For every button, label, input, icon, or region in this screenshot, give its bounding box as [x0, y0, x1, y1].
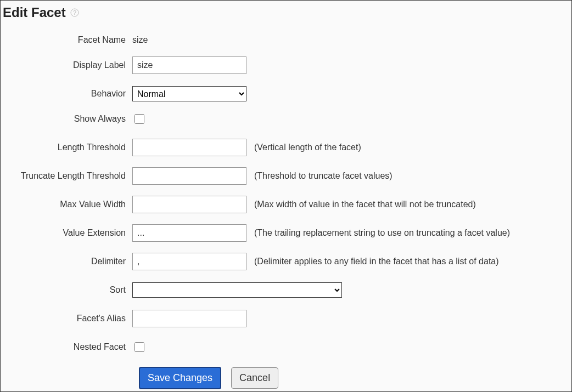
save-changes-button[interactable]: Save Changes — [139, 367, 221, 389]
sort-select[interactable] — [132, 282, 342, 298]
page-title: Edit Facet — [3, 5, 66, 20]
edit-facet-panel: Edit Facet ? Facet Name size Display Lab… — [0, 0, 572, 392]
nested-facet-label: Nested Facet — [3, 342, 132, 352]
facet-name-value: size — [132, 35, 148, 45]
max-value-width-input[interactable] — [132, 196, 246, 213]
truncate-length-threshold-label: Truncate Length Threshold — [3, 171, 132, 181]
length-threshold-hint: (Vertical length of the facet) — [254, 143, 361, 152]
value-extension-hint: (The trailing replacement string to use … — [254, 228, 510, 238]
nested-facet-checkbox[interactable] — [134, 342, 144, 352]
show-always-checkbox[interactable] — [134, 114, 144, 124]
delimiter-hint: (Delimiter applies to any field in the f… — [254, 257, 499, 266]
value-extension-input[interactable] — [132, 224, 246, 242]
truncate-length-threshold-hint: (Threshold to truncate facet values) — [254, 171, 392, 181]
length-threshold-label: Length Threshold — [3, 143, 132, 152]
delimiter-label: Delimiter — [3, 257, 132, 266]
display-label-input[interactable] — [132, 56, 246, 74]
delimiter-input[interactable] — [132, 253, 246, 270]
max-value-width-label: Max Value Width — [3, 200, 132, 209]
facets-alias-input[interactable] — [132, 310, 246, 327]
behavior-label: Behavior — [3, 89, 132, 99]
value-extension-label: Value Extension — [3, 228, 132, 238]
sort-label: Sort — [3, 285, 132, 295]
svg-text:?: ? — [73, 9, 76, 16]
display-label-label: Display Label — [3, 60, 132, 70]
facets-alias-label: Facet's Alias — [3, 314, 132, 323]
show-always-label: Show Always — [3, 114, 132, 124]
edit-facet-form: Facet Name size Display Label Behavior N… — [3, 31, 569, 389]
cancel-button[interactable]: Cancel — [231, 367, 278, 389]
behavior-select[interactable]: Normal — [132, 86, 246, 101]
truncate-length-threshold-input[interactable] — [132, 167, 246, 185]
length-threshold-input[interactable] — [132, 139, 246, 156]
help-icon[interactable]: ? — [70, 8, 79, 17]
facet-name-label: Facet Name — [3, 35, 132, 45]
max-value-width-hint: (Max width of value in the facet that wi… — [254, 200, 476, 209]
